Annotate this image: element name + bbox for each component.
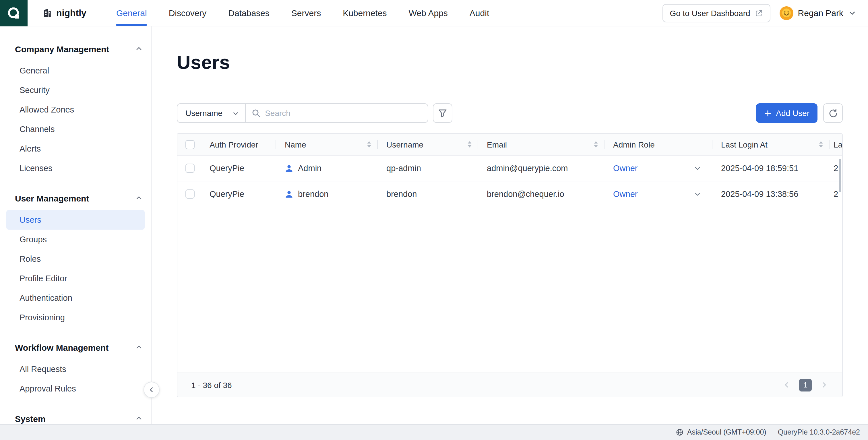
column-label: Last Login At xyxy=(721,140,768,149)
column-label: La xyxy=(834,140,842,149)
go-to-user-dashboard-button[interactable]: Go to User Dashboard xyxy=(662,4,770,22)
nav-item-general[interactable]: General xyxy=(116,0,147,26)
chevron-up-icon xyxy=(135,343,143,351)
admin-role-value[interactable]: Owner xyxy=(613,164,638,173)
topnav-right: Go to User Dashboard Regan Park xyxy=(662,4,857,22)
row-select-cell xyxy=(177,181,203,207)
user-menu[interactable]: Regan Park xyxy=(780,6,857,20)
sidebar-section-user-management: User ManagementUsersGroupsRolesProfile E… xyxy=(0,192,151,327)
sidebar: Company ManagementGeneralSecurityAllowed… xyxy=(0,26,152,424)
chevron-up-icon xyxy=(135,45,143,53)
column-label: Admin Role xyxy=(613,140,655,149)
column-header-last-login-at[interactable]: Last Login At xyxy=(712,134,829,155)
column-header-la: La xyxy=(829,134,843,155)
workspace-brand[interactable]: nightly xyxy=(42,8,86,18)
sidebar-item-security[interactable]: Security xyxy=(6,81,145,100)
sidebar-item-alerts[interactable]: Alerts xyxy=(6,139,145,158)
sidebar-item-provisioning[interactable]: Provisioning xyxy=(6,308,145,327)
table-header: Auth ProviderNameUsernameEmailAdmin Role… xyxy=(177,134,842,156)
user-name-text: Admin xyxy=(298,164,321,173)
sidebar-collapse-button[interactable] xyxy=(144,382,160,398)
username-cell: brendon xyxy=(377,181,477,207)
refresh-button[interactable] xyxy=(823,103,843,123)
email-cell: admin@querypie.com xyxy=(477,156,604,181)
user-name: Regan Park xyxy=(798,8,843,18)
pagination-range: 1 - 36 of 36 xyxy=(191,380,232,389)
row-checkbox[interactable] xyxy=(185,164,195,173)
sidebar-item-groups[interactable]: Groups xyxy=(6,230,145,249)
select-all-checkbox[interactable] xyxy=(185,140,195,149)
sidebar-section-header-workflow-management[interactable]: Workflow Management xyxy=(0,341,151,354)
admin-role-value[interactable]: Owner xyxy=(613,189,638,199)
pagination-current-page[interactable]: 1 xyxy=(799,379,812,391)
user-icon xyxy=(285,190,293,198)
chevron-left-icon xyxy=(148,386,156,394)
nav-item-databases[interactable]: Databases xyxy=(228,0,269,26)
row-select-cell xyxy=(177,156,203,181)
chevron-down-icon xyxy=(693,164,702,172)
last-login-cell: 2025-04-09 18:59:51 xyxy=(712,156,829,181)
sidebar-item-list: UsersGroupsRolesProfile EditorAuthentica… xyxy=(0,210,151,327)
name-cell: Admin xyxy=(276,156,377,181)
sidebar-item-general[interactable]: General xyxy=(6,61,145,81)
sidebar-section-header-system[interactable]: System xyxy=(0,412,151,424)
vertical-scrollbar-thumb[interactable] xyxy=(839,159,841,192)
add-user-label: Add User xyxy=(776,108,809,118)
nav-item-discovery[interactable]: Discovery xyxy=(169,0,207,26)
column-header-name[interactable]: Name xyxy=(276,134,377,155)
column-header-username[interactable]: Username xyxy=(377,134,477,155)
app-window: nightly GeneralDiscoveryDatabasesServers… xyxy=(0,0,868,440)
table-body: QueryPieAdminqp-adminadmin@querypie.comO… xyxy=(177,156,842,373)
go-to-user-dashboard-label: Go to User Dashboard xyxy=(670,8,750,18)
table-row: QueryPiebrendonbrendonbrendon@chequer.io… xyxy=(177,181,842,207)
nav-item-audit[interactable]: Audit xyxy=(470,0,489,26)
main-content: Users Username xyxy=(152,26,868,424)
auth-provider-cell: QueryPie xyxy=(203,181,276,207)
chevron-down-icon xyxy=(693,190,702,198)
username-cell: qp-admin xyxy=(377,156,477,181)
sidebar-item-roles[interactable]: Roles xyxy=(6,249,145,269)
nav-item-web-apps[interactable]: Web Apps xyxy=(409,0,448,26)
chevron-up-icon xyxy=(135,414,143,422)
querypie-logo[interactable] xyxy=(0,0,28,26)
sidebar-item-approval-rules[interactable]: Approval Rules xyxy=(6,379,145,398)
search-icon xyxy=(251,108,260,118)
column-header-email[interactable]: Email xyxy=(477,134,604,155)
sidebar-section-header-user-management[interactable]: User Management xyxy=(0,192,151,205)
sidebar-item-authentication[interactable]: Authentication xyxy=(6,288,145,308)
primary-nav: GeneralDiscoveryDatabasesServersKubernet… xyxy=(116,0,489,26)
workspace-name: nightly xyxy=(56,8,86,18)
sidebar-item-users[interactable]: Users xyxy=(6,210,145,230)
sidebar-section-header-company-management[interactable]: Company Management xyxy=(0,42,151,55)
admin-role-cell[interactable]: Owner xyxy=(604,156,712,181)
sort-icon xyxy=(594,140,598,148)
external-link-icon xyxy=(755,9,763,17)
pagination-prev-button[interactable] xyxy=(782,381,791,389)
nav-item-servers[interactable]: Servers xyxy=(291,0,321,26)
pagination-next-button[interactable] xyxy=(820,381,828,389)
sidebar-item-channels[interactable]: Channels xyxy=(6,119,145,139)
sidebar-item-profile-editor[interactable]: Profile Editor xyxy=(6,269,145,288)
add-user-button[interactable]: Add User xyxy=(756,103,817,123)
page-title: Users xyxy=(177,52,843,73)
sidebar-item-list: GeneralSecurityAllowed ZonesChannelsAler… xyxy=(0,61,151,178)
building-icon xyxy=(42,8,52,18)
search-field-value: Username xyxy=(185,108,222,118)
search-input[interactable] xyxy=(265,108,422,118)
sidebar-item-all-requests[interactable]: All Requests xyxy=(6,359,145,379)
user-name-text: brendon xyxy=(298,189,329,199)
filter-button[interactable] xyxy=(433,103,452,123)
table-row: QueryPieAdminqp-adminadmin@querypie.comO… xyxy=(177,156,842,181)
row-checkbox[interactable] xyxy=(185,189,195,199)
chevron-up-icon xyxy=(135,194,143,202)
admin-role-cell[interactable]: Owner xyxy=(604,181,712,207)
column-label: Email xyxy=(487,140,507,149)
sidebar-item-licenses[interactable]: Licenses xyxy=(6,158,145,178)
column-header-select xyxy=(177,134,203,155)
search-field-selector[interactable]: Username xyxy=(177,103,245,123)
column-header-auth-provider: Auth Provider xyxy=(203,134,276,155)
sidebar-section-title: System xyxy=(15,414,45,423)
nav-item-kubernetes[interactable]: Kubernetes xyxy=(343,0,386,26)
logo-mark-icon xyxy=(6,5,21,20)
sidebar-item-allowed-zones[interactable]: Allowed Zones xyxy=(6,100,145,119)
